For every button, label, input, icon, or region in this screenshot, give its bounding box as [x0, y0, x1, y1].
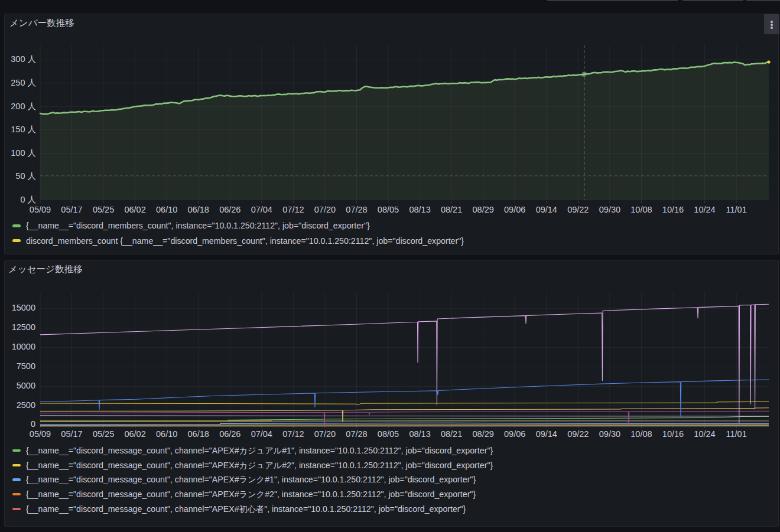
svg-text:10/16: 10/16 — [662, 205, 684, 214]
svg-text:15000: 15000 — [12, 303, 35, 312]
svg-text:07/20: 07/20 — [314, 205, 336, 214]
svg-text:09/22: 09/22 — [567, 205, 589, 214]
svg-text:08/13: 08/13 — [409, 429, 430, 439]
svg-text:250 人: 250 人 — [11, 78, 36, 87]
svg-text:200 人: 200 人 — [11, 102, 36, 111]
svg-text:06/26: 06/26 — [219, 429, 240, 439]
svg-text:05/25: 05/25 — [93, 205, 114, 214]
svg-text:08/29: 08/29 — [473, 205, 494, 214]
svg-text:06/10: 06/10 — [156, 205, 177, 214]
svg-text:06/18: 06/18 — [188, 429, 209, 439]
svg-text:09/06: 09/06 — [504, 429, 525, 439]
svg-text:12500: 12500 — [12, 322, 35, 332]
svg-text:05/17: 05/17 — [61, 205, 82, 214]
svg-text:06/10: 06/10 — [156, 429, 177, 439]
svg-text:07/28: 07/28 — [346, 205, 367, 214]
svg-text:150 人: 150 人 — [11, 125, 36, 134]
svg-text:300 人: 300 人 — [11, 54, 36, 64]
svg-text:07/04: 07/04 — [251, 429, 272, 439]
svg-text:09/14: 09/14 — [536, 429, 557, 439]
svg-text:10/24: 10/24 — [694, 205, 715, 214]
svg-text:10/16: 10/16 — [662, 429, 684, 439]
svg-text:08/05: 08/05 — [378, 429, 399, 439]
svg-text:07/20: 07/20 — [314, 429, 336, 439]
svg-text:08/13: 08/13 — [409, 205, 430, 214]
svg-text:11/01: 11/01 — [726, 205, 746, 214]
svg-text:05/09: 05/09 — [30, 429, 51, 439]
svg-text:05/09: 05/09 — [30, 205, 51, 214]
svg-text:07/12: 07/12 — [282, 429, 304, 439]
svg-text:08/29: 08/29 — [473, 429, 494, 439]
svg-text:2500: 2500 — [17, 400, 35, 410]
svg-text:09/22: 09/22 — [567, 429, 589, 439]
svg-text:50 人: 50 人 — [15, 171, 36, 181]
svg-text:7500: 7500 — [17, 361, 35, 371]
svg-text:05/25: 05/25 — [93, 429, 114, 439]
svg-text:09/30: 09/30 — [599, 429, 620, 439]
svg-text:09/14: 09/14 — [536, 205, 557, 214]
svg-text:05/17: 05/17 — [61, 429, 82, 439]
svg-text:07/04: 07/04 — [251, 205, 272, 214]
svg-text:10/08: 10/08 — [630, 205, 652, 214]
svg-text:06/02: 06/02 — [124, 429, 145, 439]
svg-text:07/28: 07/28 — [346, 429, 367, 439]
svg-text:06/18: 06/18 — [188, 205, 209, 214]
svg-text:0: 0 — [31, 419, 35, 429]
svg-text:10/08: 10/08 — [630, 429, 652, 439]
svg-text:08/21: 08/21 — [441, 429, 462, 439]
svg-text:100 人: 100 人 — [11, 148, 36, 158]
svg-text:5000: 5000 — [17, 381, 35, 390]
svg-text:10/24: 10/24 — [694, 429, 715, 439]
svg-text:06/02: 06/02 — [124, 205, 145, 214]
svg-text:0 人: 0 人 — [20, 195, 36, 204]
svg-text:08/21: 08/21 — [441, 205, 462, 214]
svg-text:08/05: 08/05 — [378, 205, 399, 214]
svg-text:09/30: 09/30 — [599, 205, 620, 214]
svg-text:11/01: 11/01 — [726, 429, 746, 439]
svg-text:07/12: 07/12 — [282, 205, 304, 214]
svg-text:06/26: 06/26 — [219, 205, 240, 214]
svg-text:09/06: 09/06 — [504, 205, 525, 214]
svg-text:10000: 10000 — [12, 342, 35, 351]
